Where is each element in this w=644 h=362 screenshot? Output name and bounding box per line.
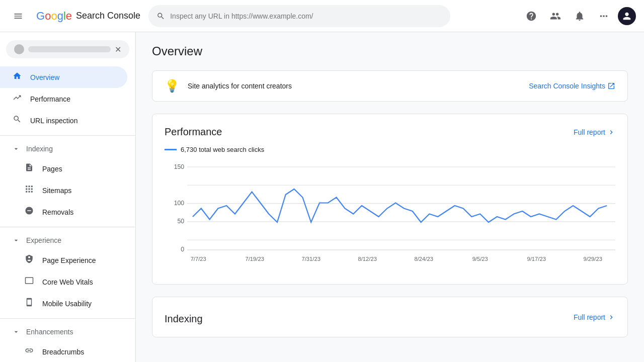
- experience-section-header[interactable]: Experience: [0, 231, 135, 249]
- indexing-card-title: Indexing: [165, 313, 203, 325]
- site-selector[interactable]: ✕: [6, 40, 129, 58]
- enhancements-section-header[interactable]: Enhancements: [0, 323, 135, 341]
- search-bar[interactable]: [148, 5, 450, 27]
- svg-text:7/31/23: 7/31/23: [302, 256, 320, 262]
- performance-chart: 150 100 50 0 7/7/23 7/19/23 7/31/23 8/12…: [165, 161, 615, 272]
- main-content: Overview 💡 Site analytics for content cr…: [136, 32, 644, 362]
- svg-text:9/29/23: 9/29/23: [584, 256, 602, 262]
- search-settings-button[interactable]: [545, 6, 566, 26]
- sidebar-item-page-experience-label: Page Experience: [42, 256, 96, 264]
- external-link-icon: [607, 82, 615, 90]
- pages-icon: [24, 163, 34, 174]
- svg-text:0: 0: [181, 246, 184, 253]
- sidebar-item-sitemaps-label: Sitemaps: [42, 187, 71, 195]
- sidebar: ✕ Overview Performance: [0, 32, 136, 362]
- site-selector-close-icon[interactable]: ✕: [115, 45, 121, 54]
- indexing-card-header: Indexing Full report: [165, 309, 615, 325]
- performance-card: Performance Full report 6,730 total web …: [152, 114, 628, 285]
- chart-legend: 6,730 total web search clicks: [165, 146, 615, 153]
- search-console-insights-link[interactable]: Search Console Insights: [529, 82, 615, 90]
- nav-divider-2: [0, 227, 135, 227]
- menu-button[interactable]: [8, 6, 28, 26]
- performance-full-report-link[interactable]: Full report: [574, 128, 615, 136]
- core-web-vitals-icon: [24, 276, 34, 288]
- breadcrumbs-icon: [24, 346, 34, 357]
- enhancements-section-label: Enhancements: [26, 328, 73, 336]
- indexing-full-report-link[interactable]: Full report: [574, 313, 615, 321]
- banner-text: Site analytics for content creators: [188, 82, 521, 90]
- main-layout: ✕ Overview Performance: [0, 32, 644, 362]
- mobile-usability-icon: [24, 298, 34, 309]
- svg-text:150: 150: [174, 163, 185, 170]
- sidebar-item-core-web-vitals[interactable]: Core Web Vitals: [0, 271, 127, 293]
- app-title: Search Console: [76, 11, 140, 21]
- sidebar-item-removals[interactable]: Removals: [0, 201, 127, 223]
- site-url: [28, 46, 111, 52]
- sidebar-item-sitemaps[interactable]: Sitemaps: [0, 179, 127, 201]
- chevron-right-icon: [607, 128, 615, 136]
- chevron-down-icon-2: [12, 236, 20, 244]
- performance-chart-svg: 150 100 50 0 7/7/23 7/19/23 7/31/23 8/12…: [165, 161, 615, 272]
- sidebar-item-overview[interactable]: Overview: [0, 66, 127, 88]
- header: Google Search Console: [0, 0, 644, 32]
- chevron-down-icon: [12, 145, 20, 153]
- sidebar-item-removals-label: Removals: [42, 208, 73, 216]
- header-icons: [521, 6, 636, 26]
- chevron-down-icon-3: [12, 328, 20, 336]
- sidebar-item-url-inspection-label: URL inspection: [30, 117, 77, 125]
- home-icon: [12, 71, 22, 83]
- svg-text:8/12/23: 8/12/23: [358, 256, 377, 262]
- indexing-section-label: Indexing: [26, 145, 53, 153]
- page-title: Overview: [152, 44, 628, 58]
- performance-card-header: Performance Full report: [165, 126, 615, 138]
- sidebar-item-breadcrumbs-label: Breadcrumbs: [42, 348, 84, 356]
- trending-up-icon: [12, 93, 22, 105]
- lightbulb-icon: 💡: [165, 79, 180, 93]
- removals-icon: [24, 206, 34, 218]
- insights-banner: 💡 Site analytics for content creators Se…: [152, 70, 628, 102]
- sidebar-item-overview-label: Overview: [30, 73, 59, 81]
- sidebar-item-performance[interactable]: Performance: [0, 88, 127, 110]
- page-experience-icon: [24, 254, 34, 266]
- indexing-section-header[interactable]: Indexing: [0, 140, 135, 158]
- search-input[interactable]: [170, 12, 442, 20]
- help-button[interactable]: [521, 6, 541, 26]
- apps-button[interactable]: [594, 6, 614, 26]
- nav-divider-1: [0, 135, 135, 136]
- sidebar-item-mobile-usability[interactable]: Mobile Usability: [0, 293, 127, 314]
- legend-text: 6,730 total web search clicks: [181, 146, 264, 153]
- app-logo: Google Search Console: [36, 10, 140, 23]
- sidebar-item-mobile-usability-label: Mobile Usability: [42, 300, 92, 308]
- svg-text:7/7/23: 7/7/23: [191, 256, 206, 262]
- sitemaps-icon: [24, 185, 34, 196]
- site-favicon: [14, 44, 24, 54]
- svg-text:9/5/23: 9/5/23: [472, 256, 488, 262]
- experience-section-label: Experience: [26, 236, 61, 244]
- svg-text:8/24/23: 8/24/23: [415, 256, 433, 262]
- google-logo: Google: [36, 10, 72, 23]
- sidebar-item-pages-label: Pages: [42, 165, 62, 173]
- svg-text:7/19/23: 7/19/23: [246, 256, 264, 262]
- chart-line: [193, 189, 607, 222]
- search-icon: [156, 12, 165, 21]
- sidebar-item-page-experience[interactable]: Page Experience: [0, 249, 127, 271]
- svg-text:50: 50: [178, 218, 185, 225]
- avatar[interactable]: [618, 7, 636, 25]
- performance-card-title: Performance: [165, 126, 222, 138]
- legend-line: [165, 149, 177, 150]
- indexing-chevron-right-icon: [607, 313, 615, 321]
- notifications-button[interactable]: [570, 6, 590, 26]
- svg-text:9/17/23: 9/17/23: [527, 256, 546, 262]
- nav-divider-3: [0, 318, 135, 319]
- svg-text:100: 100: [174, 200, 185, 207]
- sidebar-item-core-web-vitals-label: Core Web Vitals: [42, 278, 93, 286]
- indexing-card: Indexing Full report: [152, 297, 628, 337]
- url-search-icon: [12, 115, 22, 126]
- sidebar-item-url-inspection[interactable]: URL inspection: [0, 110, 127, 131]
- sidebar-item-breadcrumbs[interactable]: Breadcrumbs: [0, 341, 127, 362]
- sidebar-item-performance-label: Performance: [30, 95, 70, 103]
- sidebar-item-pages[interactable]: Pages: [0, 158, 127, 179]
